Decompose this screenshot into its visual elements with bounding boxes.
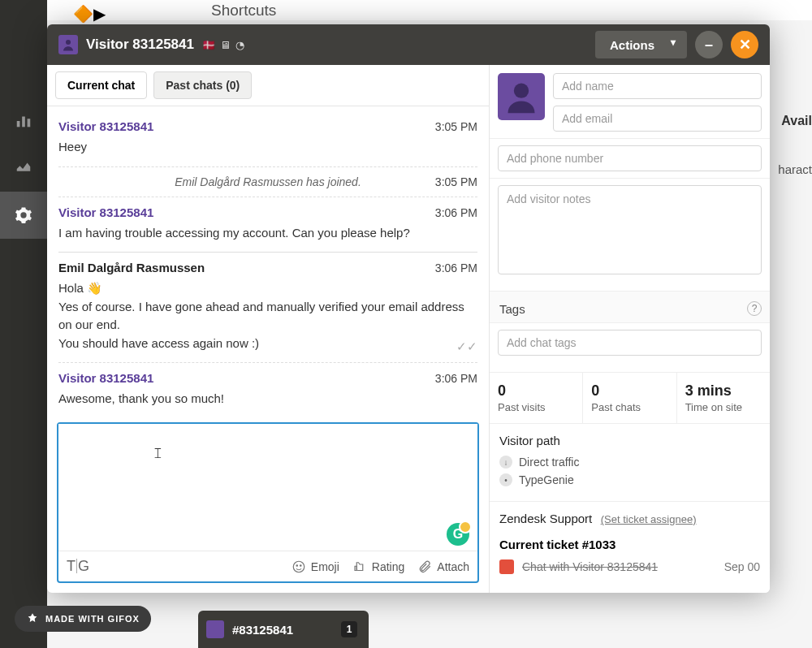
flag-icon: 🇩🇰 (202, 39, 215, 51)
chat-window: Visitor 83125841 🇩🇰 🖥 ◔ Actions – ✕ Curr… (47, 24, 770, 593)
grammarly-icon[interactable]: G (447, 523, 469, 546)
message-time: 3:06 PM (435, 206, 477, 219)
desktop-icon: 🖥 (220, 39, 231, 51)
actions-dropdown[interactable]: Actions (595, 31, 687, 58)
profile-section (490, 65, 770, 139)
message-composer: G TG Emoji Rating (57, 422, 479, 583)
shortcuts-title: Shortcuts (211, 2, 276, 19)
svg-point-5 (296, 564, 298, 566)
stat-label: Past visits (498, 401, 574, 413)
path-item-label: Direct traffic (519, 456, 579, 469)
phone-input[interactable] (498, 145, 762, 171)
rating-label: Rating (372, 560, 404, 573)
ticket-date: Sep 00 (724, 560, 760, 573)
message-time: 3:05 PM (435, 175, 477, 188)
svg-point-3 (66, 40, 71, 45)
svg-rect-2 (28, 119, 31, 127)
current-ticket-label: Current ticket #1033 (499, 538, 760, 551)
tags-input[interactable] (498, 330, 762, 356)
minimize-button[interactable]: – (695, 31, 723, 58)
chat-pane: Current chat Past chats (0) Visitor 8312… (47, 65, 490, 593)
sidebar-monitor-icon[interactable] (0, 145, 47, 192)
close-button[interactable]: ✕ (731, 31, 758, 58)
message-sender: Visitor 83125841 (58, 205, 153, 219)
name-input[interactable] (553, 73, 762, 99)
tags-section-header: Tags ? (490, 292, 770, 323)
dot-icon: • (499, 473, 512, 486)
chat-tabs: Current chat Past chats (0) (47, 65, 489, 106)
browser-icon: ◔ (235, 39, 244, 51)
gifox-badge: MADE WITH GIFOX (15, 606, 151, 632)
message-item: Visitor 83125841 3:05 PM Heey (58, 111, 477, 167)
message-time: 3:05 PM (435, 120, 477, 133)
ticket-item[interactable]: Chat with Visitor 83125841 Sep 00 (499, 559, 760, 574)
system-message: Emil Dalgård Rasmussen has joined. 3:05 … (58, 167, 477, 197)
system-message-text: Emil Dalgård Rasmussen has joined. (175, 175, 361, 188)
visitor-path-label: Visitor path (499, 434, 760, 447)
tab-past-chats[interactable]: Past chats (0) (153, 71, 252, 99)
chat-tab-label: #83125841 (232, 623, 293, 637)
rating-button[interactable]: Rating (352, 559, 404, 574)
svg-rect-0 (17, 121, 20, 127)
composer-toolbar: TG Emoji Rating Attach (58, 551, 477, 581)
backdrop-topbar: Shortcuts (0, 0, 812, 20)
ticket-title: Chat with Visitor 83125841 (522, 560, 658, 573)
message-body: I am having trouble accessing my account… (58, 224, 477, 243)
visitor-avatar-large (498, 73, 545, 120)
message-item: Visitor 83125841 3:06 PM Awesome, thank … (58, 363, 477, 413)
emoji-label: Emoji (311, 560, 339, 573)
set-assignee-link[interactable]: (Set ticket assignee) (601, 513, 697, 525)
message-input[interactable] (58, 424, 477, 551)
gifox-label: MADE WITH GIFOX (45, 614, 140, 624)
info-pane: Tags ? 0 Past visits 0 Past chats 3 mins… (490, 65, 770, 593)
arrow-down-icon: ↓ (499, 456, 512, 469)
characters-label: haract (778, 162, 812, 176)
visitor-meta-icons: 🇩🇰 🖥 ◔ (202, 39, 244, 51)
path-item-label: TypeGenie (519, 473, 574, 486)
minimized-chat-tab[interactable]: #83125841 1 (198, 611, 369, 648)
attach-button[interactable]: Attach (417, 559, 469, 574)
stat-past-chats: 0 Past chats (583, 373, 676, 423)
read-receipt-icon: ✓✓ (456, 338, 477, 356)
window-title: Visitor 83125841 (86, 37, 194, 53)
svg-rect-1 (22, 117, 25, 127)
zendesk-section: Zendesk Support (Set ticket assignee) Cu… (490, 502, 770, 584)
sidebar-analytics-icon[interactable] (0, 97, 47, 145)
message-sender: Emil Dalgård Rasmussen (58, 261, 205, 274)
notes-input[interactable] (498, 185, 762, 274)
tags-label: Tags (499, 302, 525, 316)
stat-past-visits: 0 Past visits (490, 373, 583, 423)
zendesk-support-label: Zendesk Support (499, 512, 592, 525)
stat-value: 3 mins (685, 382, 762, 400)
tab-current-chat[interactable]: Current chat (55, 71, 147, 99)
message-body: Heey (58, 138, 477, 157)
left-sidebar (0, 0, 47, 648)
message-sender: Visitor 83125841 (58, 371, 153, 385)
stat-label: Past chats (591, 401, 667, 413)
ticket-status-icon (499, 559, 514, 574)
message-line: You should have access again now :) (58, 335, 444, 353)
visitor-avatar-chip (206, 620, 224, 638)
svg-point-6 (300, 564, 301, 566)
titlebar: Visitor 83125841 🇩🇰 🖥 ◔ Actions – ✕ (47, 24, 770, 65)
message-item: Visitor 83125841 3:06 PM I am having tro… (58, 197, 477, 253)
path-item[interactable]: ↓ Direct traffic (499, 456, 760, 469)
message-item: Emil Dalgård Rasmussen 3:06 PM Hola 👋 Ye… (58, 253, 477, 363)
unread-badge: 1 (341, 621, 357, 637)
message-line: Hola 👋 (58, 279, 477, 298)
help-icon[interactable]: ? (747, 301, 762, 316)
attach-label: Attach (437, 560, 469, 573)
stat-value: 0 (498, 382, 574, 400)
emoji-button[interactable]: Emoji (292, 559, 339, 574)
message-body: Awesome, thank you so much! (58, 390, 477, 408)
svg-point-4 (293, 561, 304, 572)
email-input[interactable] (553, 106, 762, 132)
app-logo: 🔶▶ (73, 4, 106, 24)
message-sender: Visitor 83125841 (58, 119, 153, 133)
path-item[interactable]: • TypeGenie (499, 473, 760, 486)
stat-label: Time on site (685, 401, 762, 413)
typegenie-icon: TG (67, 558, 89, 575)
composer-area: G TG Emoji Rating (47, 413, 489, 593)
message-body: Hola 👋 Yes of course. I have gone ahead … (58, 279, 477, 352)
sidebar-settings-icon[interactable] (0, 192, 47, 239)
